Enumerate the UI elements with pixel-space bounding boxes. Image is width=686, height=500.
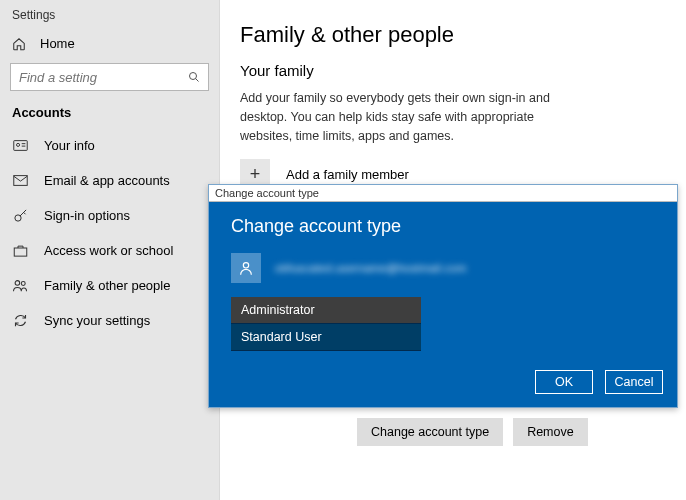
family-heading: Your family xyxy=(240,62,658,79)
nav-label: Sign-in options xyxy=(44,208,130,223)
svg-line-1 xyxy=(196,79,199,82)
sidebar-item-signin[interactable]: Sign-in options xyxy=(0,198,219,233)
svg-point-9 xyxy=(15,281,20,286)
search-icon xyxy=(188,71,200,83)
change-account-type-dialog: Change account type Change account type … xyxy=(208,184,678,408)
search-field[interactable] xyxy=(19,70,173,85)
account-type-dropdown[interactable]: Administrator Standard User xyxy=(231,297,421,351)
account-type-option-administrator[interactable]: Administrator xyxy=(231,297,421,324)
dialog-account-row: obfuscated.username@hostmail.com xyxy=(231,253,655,283)
family-description: Add your family so everybody gets their … xyxy=(240,89,570,145)
sidebar-item-your-info[interactable]: Your info xyxy=(0,128,219,163)
add-member-label: Add a family member xyxy=(286,167,409,182)
home-nav[interactable]: Home xyxy=(0,28,219,59)
nav-label: Family & other people xyxy=(44,278,170,293)
dialog-titlebar[interactable]: Change account type xyxy=(209,185,677,202)
briefcase-icon xyxy=(12,244,28,257)
ok-button[interactable]: OK xyxy=(535,370,593,394)
svg-rect-6 xyxy=(13,176,26,186)
dialog-heading: Change account type xyxy=(231,216,655,237)
page-title: Family & other people xyxy=(240,22,658,48)
home-label: Home xyxy=(40,36,75,51)
account-action-row: Change account type Remove xyxy=(357,418,588,446)
svg-point-10 xyxy=(21,282,25,286)
sidebar-item-family[interactable]: Family & other people xyxy=(0,268,219,303)
nav-label: Access work or school xyxy=(44,243,173,258)
nav-label: Your info xyxy=(44,138,95,153)
svg-point-11 xyxy=(243,263,248,268)
people-icon xyxy=(12,279,28,292)
sync-icon xyxy=(12,313,28,328)
account-email-masked: obfuscated.username@hostmail.com xyxy=(275,262,475,274)
sidebar: Settings Home Accounts Your info xyxy=(0,0,220,500)
svg-point-3 xyxy=(16,143,19,146)
person-card-icon xyxy=(12,140,28,151)
svg-point-0 xyxy=(190,73,197,80)
svg-rect-8 xyxy=(14,248,27,256)
sidebar-item-email[interactable]: Email & app accounts xyxy=(0,163,219,198)
section-heading: Accounts xyxy=(0,101,219,128)
sidebar-item-work-school[interactable]: Access work or school xyxy=(0,233,219,268)
key-icon xyxy=(12,208,28,223)
mail-icon xyxy=(12,175,28,186)
home-icon xyxy=(12,37,26,51)
svg-rect-2 xyxy=(13,141,26,151)
person-icon xyxy=(231,253,261,283)
account-type-option-standard[interactable]: Standard User xyxy=(231,324,421,351)
change-account-type-button[interactable]: Change account type xyxy=(357,418,503,446)
nav-label: Email & app accounts xyxy=(44,173,170,188)
remove-account-button[interactable]: Remove xyxy=(513,418,588,446)
search-input[interactable] xyxy=(10,63,209,91)
cancel-button[interactable]: Cancel xyxy=(605,370,663,394)
nav-label: Sync your settings xyxy=(44,313,150,328)
app-title: Settings xyxy=(0,8,219,28)
sidebar-item-sync[interactable]: Sync your settings xyxy=(0,303,219,338)
